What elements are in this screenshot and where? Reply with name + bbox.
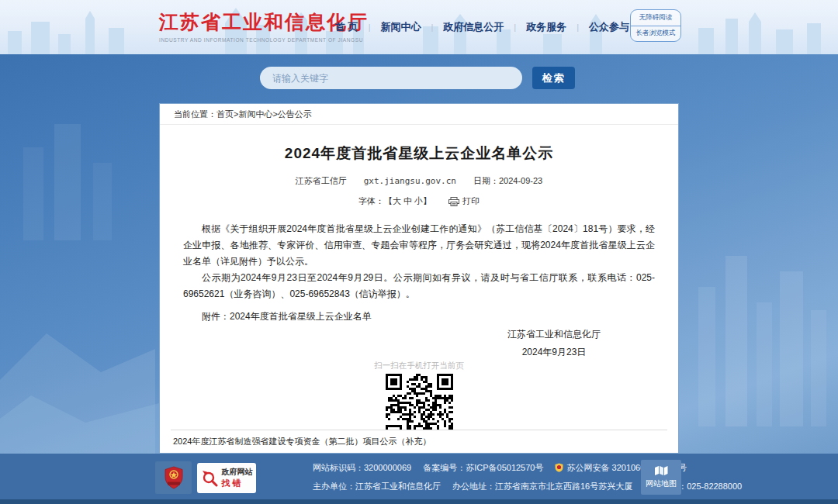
red-shield-icon [164,466,184,489]
search-button[interactable]: 检索 [532,67,575,89]
map-icon [654,465,668,476]
site-title-english: INDUSTRY AND INFORMATION TECHNOLOGY DEPA… [159,37,369,43]
nav-item-services[interactable]: 政务服务 [526,20,566,34]
find-error-line2: 找错 [222,478,253,489]
elder-mode-button[interactable]: 长者浏览模式 [631,26,680,42]
magnifier-icon [201,469,218,488]
find-error-line1: 政府网站 [222,467,253,478]
page-footer: 政府网站 找错 网站标识码：3200000069 备案编号：苏ICP备05012… [0,454,838,504]
search-bar: 检索 [0,66,838,91]
attachment-link[interactable]: 附件：2024年度首批省星级上云企业名单 [160,310,678,323]
page: 江苏省工业和信息化厅 INDUSTRY AND INFORMATION TECH… [0,0,838,504]
signature-org: 江苏省工业和信息化厅 [507,328,601,340]
article: 2024年度首批省星级上云企业名单公示 江苏省工信厅 gxt.jiangsu.g… [160,125,678,430]
article-source: 江苏省工信厅 [296,175,347,187]
find-error-badge[interactable]: 政府网站 找错 [197,463,256,493]
nav-separator: | [514,22,516,32]
print-button[interactable]: 打印 [448,195,480,207]
site-header: 江苏省工业和信息化厅 INDUSTRY AND INFORMATION TECH… [0,0,838,54]
footer-line-2: 主办单位：江苏省工业和信息化厅 办公地址：江苏省南京市北京西路16号苏兴大厦 联… [313,480,753,492]
accessibility-box: 无障碍阅读 长者浏览模式 [630,9,681,42]
nav-item-home[interactable]: 首 页 [335,20,358,34]
breadcrumb-label: 当前位置： [174,109,216,120]
breadcrumb-path[interactable]: 首页>新闻中心>公告公示 [216,109,312,120]
related-announcement-link[interactable]: 2024年度江苏省制造强省建设专项资金（第二批）项目公示（补充） [173,436,431,447]
nav-item-participation[interactable]: 公众参与 [589,20,629,34]
main-navigation: 首 页 | 新闻中心 | 政府信息公开 | 政务服务 | 公众参与 [335,20,629,34]
government-site-badge[interactable] [155,461,192,494]
sitemap-button[interactable]: 网站地图 [641,460,681,495]
content-card: 当前位置： 首页>新闻中心>公告公示 2024年度首批省星级上云企业名单公示 江… [159,103,679,454]
footer-info: 网站标识码：3200000069 备案编号：苏ICP备05012570号 苏公网… [313,461,753,499]
nav-separator: | [577,22,579,32]
footer-line-1: 网站标识码：3200000069 备案编号：苏ICP备05012570号 苏公网… [313,461,753,474]
icp-record[interactable]: 备案编号：苏ICP备05012570号 [423,462,543,474]
qr-holder [160,374,678,430]
nav-separator: | [369,22,371,32]
article-date: 日期：2024-09-23 [473,175,542,187]
nav-item-info-disclosure[interactable]: 政府信息公开 [443,20,504,34]
barrier-free-reading-button[interactable]: 无障碍阅读 [631,10,680,26]
print-label: 打印 [462,195,480,207]
office-address: 办公地址：江苏省南京市北京西路16号苏兴大厦 [452,481,632,492]
article-site-url: gxt.jiangsu.gov.cn [364,176,456,186]
article-tools: 字体：【大 中 小】 打印 [160,195,678,207]
article-title: 2024年度首批省星级上云企业名单公示 [160,143,678,164]
article-meta: 江苏省工信厅 gxt.jiangsu.gov.cn 日期：2024-09-23 [160,175,678,187]
organizer: 主办单位：江苏省工业和信息化厅 [313,481,441,492]
signature-block: 江苏省工业和信息化厅 2024年9月23日 [160,328,678,358]
signature-date: 2024年9月23日 [507,346,601,358]
police-emblem-icon [555,463,563,472]
breadcrumb: 当前位置： 首页>新闻中心>公告公示 [160,104,678,125]
paragraph: 根据《关于组织开展2024年度首批省星级上云企业创建工作的通知》（苏工信信基〔2… [183,221,655,270]
nav-item-news[interactable]: 新闻中心 [380,20,421,34]
related-link-row: 2024年度江苏省制造强省建设专项资金（第二批）项目公示（补充） [160,430,678,453]
qr-code [386,374,453,430]
nav-separator: | [431,22,433,32]
paragraph: 公示期为2024年9月23日至2024年9月29日。公示期间如有异议，请及时与省… [183,270,655,302]
search-input[interactable] [260,67,522,89]
footer-bottom-strip [0,499,838,504]
article-body: 根据《关于组织开展2024年度首批省星级上云企业创建工作的通知》（苏工信信基〔2… [160,221,678,302]
site-id-code: 网站标识码：3200000069 [313,462,411,474]
sitemap-label: 网站地图 [646,478,677,489]
printer-icon [448,197,459,206]
font-size-controls[interactable]: 字体：【大 中 小】 [358,195,431,207]
qr-caption: 扫一扫在手机打开当前页 [160,361,678,371]
